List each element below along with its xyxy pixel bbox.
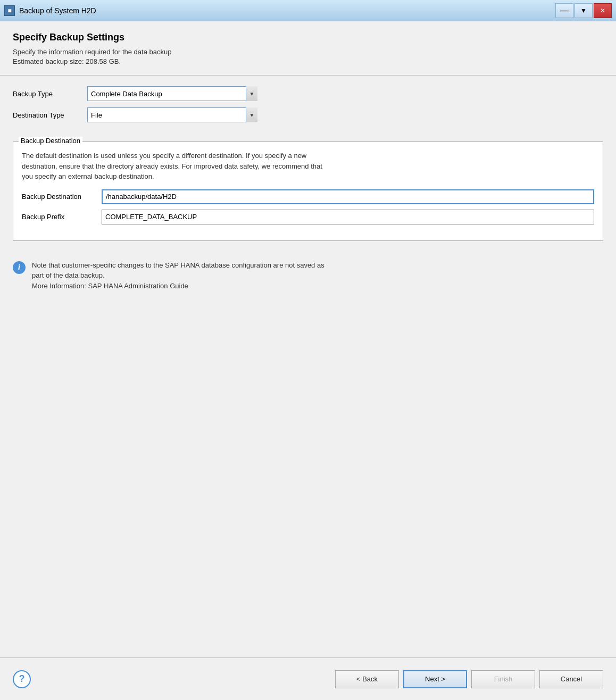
destination-type-select[interactable]: File Backint [87, 107, 257, 122]
finish-button[interactable]: Finish [471, 670, 535, 688]
info-text-line2: part of the data backup. [32, 271, 105, 279]
info-text-line3: More Information: SAP HANA Administratio… [32, 282, 188, 290]
title-bar: ■ Backup of System H2D — ▼ ✕ [0, 0, 616, 21]
info-text: Note that customer-specific changes to t… [32, 260, 324, 291]
maximize-button[interactable]: ▼ [575, 3, 593, 18]
close-button[interactable]: ✕ [594, 3, 612, 18]
backup-prefix-input[interactable] [102, 210, 594, 224]
cancel-button[interactable]: Cancel [539, 670, 603, 688]
info-note: i Note that customer-specific changes to… [0, 252, 616, 300]
header-section: Specify Backup Settings Specify the info… [0, 21, 616, 76]
backup-destination-input[interactable] [102, 189, 594, 204]
backup-destination-group: Backup Destination The default destinati… [13, 141, 603, 241]
page-title: Specify Backup Settings [13, 32, 603, 43]
backup-type-select[interactable]: Complete Data Backup Differential Data B… [87, 86, 257, 101]
backup-destination-row: Backup Destination [22, 189, 594, 204]
back-button[interactable]: < Back [335, 670, 399, 688]
footer-left: ? [13, 670, 31, 688]
subtitle-line1: Specify the information required for the… [13, 47, 603, 57]
footer: ? < Back Next > Finish Cancel [0, 657, 616, 700]
form-area: Backup Type Complete Data Backup Differe… [0, 76, 616, 139]
backup-destination-label: Backup Destination [22, 193, 102, 201]
backup-type-label: Backup Type [13, 90, 87, 98]
destination-type-label: Destination Type [13, 111, 87, 119]
help-button[interactable]: ? [13, 670, 31, 688]
next-button[interactable]: Next > [403, 670, 467, 688]
footer-buttons: < Back Next > Finish Cancel [335, 670, 603, 688]
backup-type-select-wrapper[interactable]: Complete Data Backup Differential Data B… [87, 86, 257, 101]
info-text-line1: Note that customer-specific changes to t… [32, 261, 324, 269]
window-title: Backup of System H2D [19, 6, 96, 15]
backup-type-row: Backup Type Complete Data Backup Differe… [13, 86, 603, 101]
backup-prefix-row: Backup Prefix [22, 210, 594, 224]
window-controls: — ▼ ✕ [555, 3, 612, 18]
help-icon: ? [19, 673, 25, 685]
group-box-description: The default destination is used unless y… [22, 151, 594, 182]
minimize-button[interactable]: — [555, 3, 573, 18]
group-box-title: Backup Destination [19, 137, 82, 145]
destination-type-row: Destination Type File Backint ▼ [13, 107, 603, 122]
info-icon-label: i [18, 262, 20, 273]
app-icon: ■ [4, 5, 15, 16]
info-icon: i [13, 261, 26, 274]
subtitle-line2: Estimated backup size: 208.58 GB. [13, 57, 603, 66]
destination-type-select-wrapper[interactable]: File Backint ▼ [87, 107, 257, 122]
header-subtitle: Specify the information required for the… [13, 47, 603, 66]
backup-prefix-label: Backup Prefix [22, 213, 102, 221]
